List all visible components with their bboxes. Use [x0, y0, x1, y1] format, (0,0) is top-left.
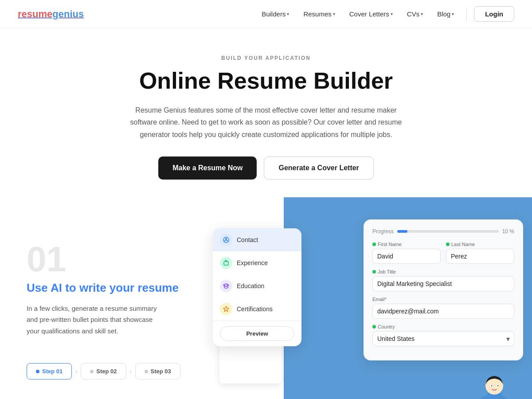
progress-label: Progress: [372, 228, 394, 235]
step-arrow-icon: ›: [130, 368, 132, 375]
preview-button-wrap: Preview: [213, 321, 301, 346]
first-name-input[interactable]: [372, 249, 441, 264]
generate-cover-letter-button[interactable]: Generate a Cover Letter: [264, 156, 373, 180]
steps-nav: Step 01 › Step 02 › Step 03: [27, 363, 195, 379]
email-input[interactable]: [372, 304, 514, 319]
last-name-label: Last Name: [446, 242, 514, 247]
email-field: Email*: [372, 297, 514, 319]
preview-button[interactable]: Preview: [220, 326, 294, 341]
required-dot: [372, 243, 376, 246]
certifications-icon: [220, 303, 232, 315]
svg-point-1: [225, 238, 227, 240]
name-fields-row: First Name Last Name: [372, 242, 514, 264]
nav-links: Builders ▾ Resumes ▾ Cover Letters ▾ CVs…: [256, 6, 514, 22]
character-illustration: [466, 361, 519, 399]
svg-marker-3: [223, 306, 229, 312]
chevron-down-icon: ▾: [333, 12, 335, 16]
required-dot: [372, 325, 376, 329]
nav-blog[interactable]: Blog ▾: [432, 8, 459, 20]
email-label: Email*: [372, 297, 514, 302]
education-icon: [220, 280, 232, 292]
nav-cover-letters[interactable]: Cover Letters ▾: [344, 8, 398, 20]
country-select-wrap: United States Canada United Kingdom Aust…: [372, 331, 514, 346]
required-dot: [372, 270, 376, 274]
nav-cvs[interactable]: CVs ▾: [402, 8, 428, 20]
required-dot: [446, 243, 450, 246]
progress-bar-wrap: Progress 10 %: [372, 228, 514, 235]
form-panel: Progress 10 % First Name: [364, 219, 523, 360]
job-title-label: Job Title: [372, 269, 514, 274]
country-label: Country: [372, 324, 514, 329]
chevron-down-icon: ▾: [421, 12, 423, 16]
builder-sidebar-card: Contact Experience Education Certificati…: [213, 228, 301, 346]
hero-section: BUILD YOUR APPLICATION Online Resume Bui…: [0, 28, 532, 197]
progress-track: [397, 230, 499, 233]
sidebar-item-certifications[interactable]: Certifications: [213, 297, 301, 321]
last-name-field: Last Name: [446, 242, 514, 264]
nav-resumes[interactable]: Resumes ▾: [298, 8, 340, 20]
right-panel: Contact Experience Education Certificati…: [195, 215, 505, 399]
step-description: In a few clicks, generate a resume summa…: [27, 303, 160, 337]
sidebar-item-experience[interactable]: Experience: [213, 251, 301, 274]
first-name-field: First Name: [372, 242, 441, 264]
step-dot-inactive: [145, 370, 148, 373]
country-select[interactable]: United States Canada United Kingdom Aust…: [372, 331, 514, 346]
sidebar-label-contact: Contact: [237, 236, 258, 243]
content-section: 01 Use AI to write your resume In a few …: [0, 197, 532, 399]
last-name-input[interactable]: [446, 249, 514, 264]
progress-fill: [397, 230, 407, 233]
sidebar-label-experience: Experience: [237, 259, 268, 266]
hero-subtitle: BUILD YOUR APPLICATION: [18, 55, 514, 61]
step-1-button[interactable]: Step 01: [27, 363, 72, 379]
chevron-down-icon: ▾: [391, 12, 393, 16]
job-title-field: Job Title: [372, 269, 514, 291]
navbar: resumegenius Builders ▾ Resumes ▾ Cover …: [0, 0, 532, 28]
progress-percentage: 10 %: [502, 228, 514, 235]
step-arrow-icon: ›: [75, 368, 77, 375]
step-dot-active: [36, 370, 39, 373]
step-3-button[interactable]: Step 03: [135, 363, 180, 379]
chevron-down-icon: ▾: [287, 12, 289, 16]
nav-builders[interactable]: Builders ▾: [256, 8, 294, 20]
country-field: Country United States Canada United King…: [372, 324, 514, 346]
logo-resume: resume: [18, 8, 52, 20]
chevron-down-icon: ▾: [452, 12, 454, 16]
contact-icon: [220, 234, 232, 246]
hero-title: Online Resume Builder: [18, 68, 514, 94]
svg-point-12: [497, 385, 498, 386]
sidebar-label-education: Education: [237, 282, 264, 289]
step-dot-inactive: [90, 370, 94, 373]
experience-icon: [220, 257, 232, 269]
hero-buttons: Make a Resume Now Generate a Cover Lette…: [18, 156, 514, 180]
step-number: 01: [27, 242, 195, 277]
svg-point-11: [491, 385, 492, 386]
step-2-button[interactable]: Step 02: [81, 363, 126, 379]
login-button[interactable]: Login: [474, 6, 514, 22]
sidebar-item-education[interactable]: Education: [213, 274, 301, 297]
nav-divider: [466, 7, 467, 21]
logo-genius: genius: [52, 8, 84, 20]
step-title: Use AI to write your resume: [27, 281, 195, 296]
job-title-input[interactable]: [372, 276, 514, 291]
svg-rect-2: [224, 262, 228, 265]
sidebar-item-contact[interactable]: Contact: [213, 228, 301, 251]
logo[interactable]: resumegenius: [18, 8, 84, 20]
sidebar-label-certifications: Certifications: [237, 305, 273, 313]
make-resume-button[interactable]: Make a Resume Now: [158, 156, 257, 180]
first-name-label: First Name: [372, 242, 441, 247]
left-panel: 01 Use AI to write your resume In a few …: [27, 215, 195, 379]
hero-description: Resume Genius features some of the most …: [124, 104, 408, 141]
